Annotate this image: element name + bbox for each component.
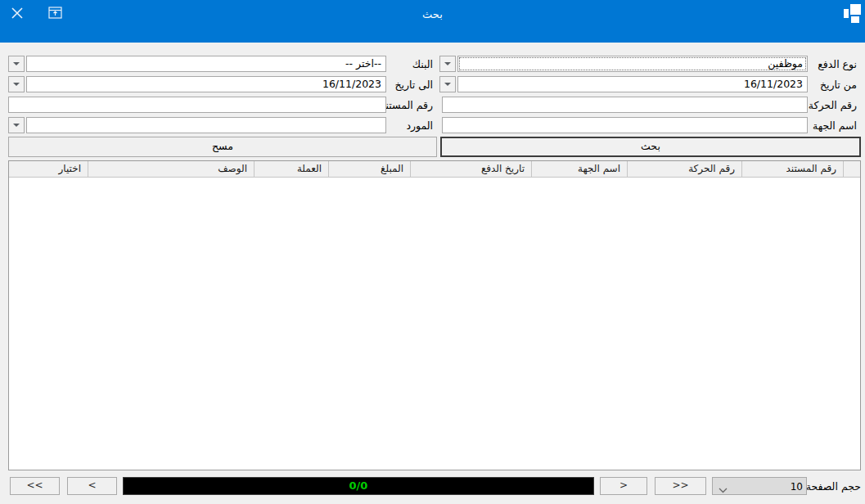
from-date-field[interactable]: 16/11/2023 [457,76,808,92]
supplier-combo[interactable] [26,117,386,133]
label-supplier: المورد [406,119,433,132]
table-header-amount[interactable]: المبلغ [328,161,410,177]
label-to-date: الى تاريخ [394,79,433,91]
bank-dropdown-button[interactable] [8,56,25,72]
page-size-label: حجم الصفحة [806,480,861,493]
to-date-value: 16/11/2023 [322,78,381,90]
table-body [9,178,860,470]
from-date-value: 16/11/2023 [744,78,803,90]
dropdown-arrow-icon [444,83,451,86]
to-date-dropdown-button[interactable] [8,76,25,92]
app-logo [840,0,865,26]
document-number-input[interactable] [8,97,386,113]
window-title: بحث [0,8,865,20]
search-button[interactable]: بحث [440,137,861,157]
to-date-field[interactable]: 16/11/2023 [26,76,386,92]
label-transaction-number: رقم الحركة [809,99,857,111]
payment-type-value: موظفين [768,57,803,70]
table-header-blank [843,161,860,177]
pager-next-button[interactable]: > [600,477,647,495]
pager-first-button[interactable]: << [10,477,60,495]
dropdown-arrow-icon [13,124,20,127]
dropdown-arrow-icon [444,62,451,65]
bank-combo[interactable]: --اختر -- [26,56,386,72]
logo-block-large [850,4,861,15]
page-size-select[interactable]: 10 [712,477,807,495]
payment-type-combo[interactable]: موظفين [457,56,808,72]
table-header-currency[interactable]: العملة [254,161,328,177]
logo-block-small-bar [844,9,849,18]
table-header-payment-date[interactable]: تاريخ الدفع [410,161,531,177]
page-size-value: 10 [791,479,803,495]
label-from-date: من تاريخ [820,79,857,91]
logo-block-small [851,16,859,23]
bank-value: --اختر -- [345,57,381,70]
clear-button[interactable]: مسح [8,137,437,157]
label-bank: البنك [412,58,433,70]
dropdown-arrow-icon [13,62,20,65]
pager-counter: 0/0 [123,477,594,495]
label-entity-name: اسم الجهة [813,119,857,132]
table-header-select[interactable]: اختيار [9,161,88,177]
table-header-document-number[interactable]: رقم المستند [741,161,843,177]
table-header-entity-name[interactable]: اسم الجهة [531,161,627,177]
label-document-number: رقم المستند [381,99,433,111]
results-table: رقم المستند رقم الحركة اسم الجهة تاريخ ا… [8,160,861,470]
supplier-dropdown-button[interactable] [8,117,25,133]
titlebar: بحث [0,0,865,43]
dropdown-arrow-icon [13,83,20,86]
from-date-dropdown-button[interactable] [439,76,456,92]
search-window: بحث نوع الدفع موظفين البنك --اختر -- من … [0,0,865,504]
label-payment-type: نوع الدفع [818,58,857,70]
table-header-row: رقم المستند رقم الحركة اسم الجهة تاريخ ا… [9,161,860,178]
pager-last-button[interactable]: >> [655,477,706,495]
chevron-down-icon [719,482,728,498]
table-header-transaction-number[interactable]: رقم الحركة [627,161,741,177]
payment-type-dropdown-button[interactable] [439,56,456,72]
table-header-description[interactable]: الوصف [88,161,254,177]
pager-prev-button[interactable]: < [67,477,117,495]
entity-name-input[interactable] [442,117,808,133]
transaction-number-input[interactable] [442,97,808,113]
